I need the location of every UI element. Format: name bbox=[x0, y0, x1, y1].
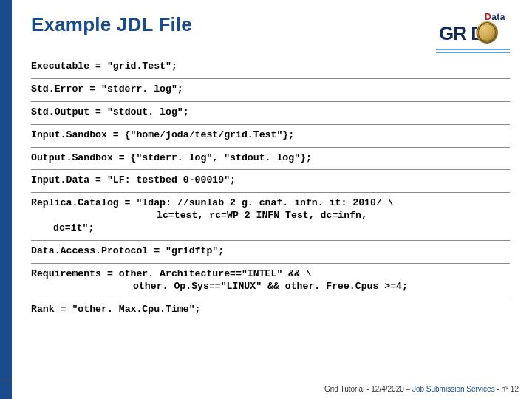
jdl-val: other. Architecture=="INTEL" && \ bbox=[119, 268, 312, 279]
jdl-key: Executable = bbox=[31, 61, 107, 72]
jdl-key: Output.Sandbox = bbox=[31, 152, 131, 163]
jdl-val-cont: other. Op.Sys=="LINUX" && other. Free.Cp… bbox=[31, 281, 510, 293]
jdl-key: Input.Data = bbox=[31, 174, 107, 185]
jdl-line: Input.Sandbox = {"home/joda/test/grid.Te… bbox=[31, 125, 510, 148]
jdl-body: Executable = "grid.Test"; Std.Error = "s… bbox=[31, 56, 510, 321]
jdl-val-cont: lc=test, rc=WP 2 INFN Test, dc=infn, bbox=[31, 210, 510, 222]
datagrid-logo: Data GR D bbox=[436, 13, 510, 47]
footer-service: Job Submission Services bbox=[412, 385, 495, 393]
footer-sep: - bbox=[364, 385, 371, 393]
jdl-val: "ldap: //sunlab 2 g. cnaf. infn. it: 201… bbox=[136, 197, 393, 208]
slide: Example JDL File Data GR D Executable = … bbox=[0, 0, 532, 399]
footer-rule bbox=[0, 381, 532, 381]
jdl-key: Rank = bbox=[31, 304, 72, 315]
jdl-key: Data.Access.Protocol = bbox=[31, 245, 166, 256]
jdl-line: Data.Access.Protocol = "gridftp"; bbox=[31, 241, 510, 264]
footer-sep: - bbox=[495, 385, 502, 393]
jdl-val: {"stderr. log", "stdout. log"}; bbox=[131, 152, 312, 163]
jdl-line: Requirements = other. Architecture=="INT… bbox=[31, 264, 510, 299]
jdl-val: "LF: testbed 0-00019"; bbox=[107, 174, 236, 185]
title-row: Example JDL File Data GR D bbox=[31, 13, 510, 47]
footer-date: 12/4/2020 bbox=[371, 385, 404, 393]
jdl-key: Std.Output = bbox=[31, 106, 107, 117]
jdl-key: Replica.Catalog = bbox=[31, 197, 136, 208]
footer-dash: – bbox=[404, 385, 412, 393]
jdl-val-cont: dc=it"; bbox=[31, 222, 510, 235]
footer-page: n° 12 bbox=[502, 385, 519, 393]
jdl-line: Std.Output = "stdout. log"; bbox=[31, 102, 510, 125]
page-title: Example JDL File bbox=[31, 13, 192, 36]
jdl-val: "stdout. log"; bbox=[107, 106, 189, 117]
jdl-line: Output.Sandbox = {"stderr. log", "stdout… bbox=[31, 148, 510, 171]
footer: Grid Tutorial - 12/4/2020 – Job Submissi… bbox=[324, 385, 519, 393]
jdl-key: Requirements = bbox=[31, 268, 119, 279]
jdl-val: "other. Max.Cpu.Time"; bbox=[72, 304, 200, 315]
jdl-line: Rank = "other. Max.Cpu.Time"; bbox=[31, 299, 510, 321]
jdl-key: Input.Sandbox = bbox=[31, 129, 125, 140]
logo-bars bbox=[436, 28, 510, 53]
jdl-key: Std.Error = bbox=[31, 83, 101, 95]
jdl-line: Replica.Catalog = "ldap: //sunlab 2 g. c… bbox=[31, 193, 510, 241]
jdl-line: Std.Error = "stderr. log"; bbox=[31, 79, 510, 102]
jdl-val: "stderr. log"; bbox=[101, 83, 183, 95]
jdl-val: "grid.Test"; bbox=[107, 61, 177, 72]
jdl-line: Executable = "grid.Test"; bbox=[31, 56, 510, 79]
jdl-line: Input.Data = "LF: testbed 0-00019"; bbox=[31, 170, 510, 193]
jdl-val: "gridftp"; bbox=[166, 245, 224, 256]
jdl-val: {"home/joda/test/grid.Test"}; bbox=[125, 129, 295, 140]
logo-grid: GR D bbox=[436, 21, 510, 46]
footer-left: Grid Tutorial bbox=[324, 385, 364, 393]
